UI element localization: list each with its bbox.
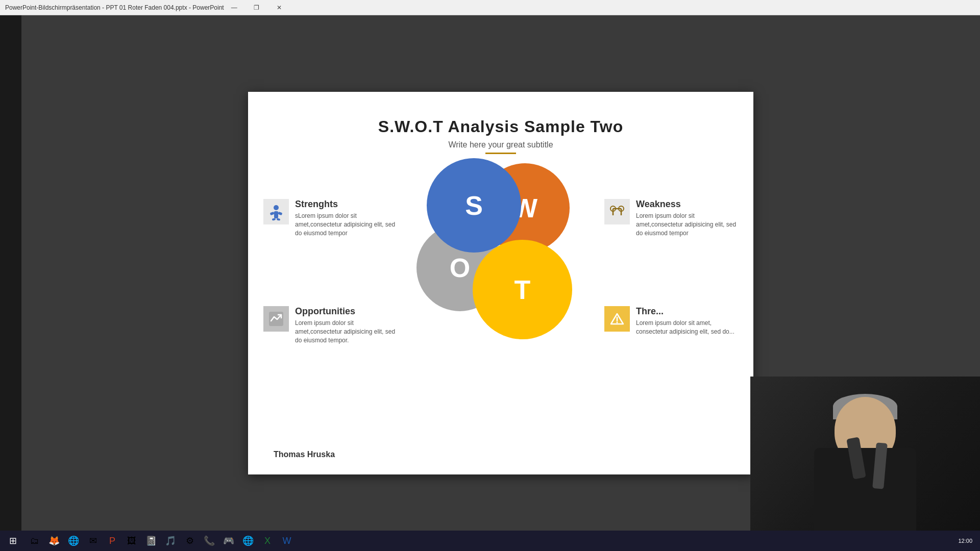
taskbar-browser2[interactable]: 🌐 bbox=[239, 532, 257, 550]
swot-diagram: S W O T bbox=[406, 158, 595, 362]
strengths-text: Strenghts sLorem ipsum dolor sit amet,co… bbox=[295, 199, 397, 237]
person-silhouette bbox=[789, 387, 942, 540]
taskbar-time: 12:00 bbox=[958, 538, 972, 544]
taskbar-word[interactable]: W bbox=[278, 532, 296, 550]
threats-text: Thre... Lorem ipsum dolor sit amet, cons… bbox=[636, 306, 738, 336]
slide-footer: Thomas Hruska bbox=[274, 450, 335, 459]
taskbar: ⊞ 🗂 🦊 🌐 ✉ P 🖼 📓 🎵 ⚙ 📞 🎮 🌐 X W 12:00 bbox=[0, 531, 980, 551]
taskbar-app5[interactable]: 🖼 bbox=[122, 532, 141, 550]
threats-block: Thre... Lorem ipsum dolor sit amet, cons… bbox=[604, 306, 738, 336]
svg-rect-2 bbox=[270, 212, 275, 215]
subtitle-underline bbox=[485, 153, 516, 154]
taskbar-pp[interactable]: P bbox=[103, 532, 121, 550]
svg-point-0 bbox=[274, 205, 279, 210]
minimize-button[interactable]: — bbox=[224, 3, 244, 13]
weakness-body: Lorem ipsum dolor sit amet,consectetur a… bbox=[636, 212, 738, 237]
taskbar-firefox[interactable]: 🦊 bbox=[45, 532, 63, 550]
opportunities-icon bbox=[263, 306, 289, 332]
person-body bbox=[814, 448, 916, 540]
slide-title: S.W.O.T Analysis Sample Two bbox=[248, 92, 753, 136]
svg-rect-5 bbox=[277, 218, 281, 221]
taskbar-mail[interactable]: ✉ bbox=[84, 532, 102, 550]
weakness-text: Weakness Lorem ipsum dolor sit amet,cons… bbox=[636, 199, 738, 237]
titlebar-controls: — ❐ ✕ bbox=[224, 3, 289, 13]
threats-icon bbox=[604, 306, 630, 332]
taskbar-app7[interactable]: 🎵 bbox=[161, 532, 180, 550]
circle-s: S bbox=[427, 158, 521, 253]
titlebar-title: PowerPoint-Bildschirmpräsentation - PPT … bbox=[5, 4, 224, 11]
strengths-heading: Strenghts bbox=[295, 199, 397, 210]
strengths-icon bbox=[263, 199, 289, 224]
start-button[interactable]: ⊞ bbox=[3, 533, 23, 548]
titlebar: PowerPoint-Bildschirmpräsentation - PPT … bbox=[0, 0, 980, 15]
threats-body: Lorem ipsum dolor sit amet, consectetur … bbox=[636, 319, 738, 336]
slide-subtitle: Write here your great subtitle bbox=[248, 140, 753, 149]
slide-area: S.W.O.T Analysis Sample Two Write here y… bbox=[21, 15, 980, 551]
presentation-slide: S.W.O.T Analysis Sample Two Write here y… bbox=[248, 92, 753, 474]
weakness-block: Weakness Lorem ipsum dolor sit amet,cons… bbox=[604, 199, 738, 237]
opportunities-heading: Opportunities bbox=[295, 306, 397, 317]
maximize-button[interactable]: ❐ bbox=[247, 3, 267, 13]
webcam-overlay bbox=[750, 377, 980, 540]
taskbar-app9[interactable]: 📞 bbox=[200, 532, 218, 550]
close-button[interactable]: ✕ bbox=[269, 3, 289, 13]
threats-heading: Thre... bbox=[636, 306, 738, 317]
strengths-block: Strenghts sLorem ipsum dolor sit amet,co… bbox=[263, 199, 397, 237]
svg-rect-3 bbox=[278, 212, 282, 215]
taskbar-icons: 🗂 🦊 🌐 ✉ P 🖼 📓 🎵 ⚙ 📞 🎮 🌐 X W bbox=[26, 532, 296, 550]
taskbar-right: 12:00 bbox=[958, 538, 977, 544]
taskbar-chrome[interactable]: 🌐 bbox=[64, 532, 83, 550]
svg-rect-4 bbox=[272, 218, 276, 220]
taskbar-app8[interactable]: ⚙ bbox=[181, 532, 199, 550]
taskbar-app10[interactable]: 🎮 bbox=[219, 532, 238, 550]
opportunities-body: Lorem ipsum dolor sit amet,consectetur a… bbox=[295, 319, 397, 344]
main-wrapper: S.W.O.T Analysis Sample Two Write here y… bbox=[0, 15, 980, 551]
weakness-icon bbox=[604, 199, 630, 224]
opportunities-block: Opportunities Lorem ipsum dolor sit amet… bbox=[263, 306, 397, 344]
webcam-content bbox=[750, 377, 980, 540]
svg-rect-1 bbox=[274, 211, 278, 218]
taskbar-app6[interactable]: 📓 bbox=[142, 532, 160, 550]
taskbar-files[interactable]: 🗂 bbox=[26, 532, 44, 550]
weakness-heading: Weakness bbox=[636, 199, 738, 210]
circle-t: T bbox=[473, 240, 572, 339]
strengths-body: sLorem ipsum dolor sit amet,consectetur … bbox=[295, 212, 397, 237]
svg-point-15 bbox=[617, 322, 618, 323]
opportunities-text: Opportunities Lorem ipsum dolor sit amet… bbox=[295, 306, 397, 344]
taskbar-excel[interactable]: X bbox=[258, 532, 277, 550]
left-strip bbox=[0, 15, 21, 551]
